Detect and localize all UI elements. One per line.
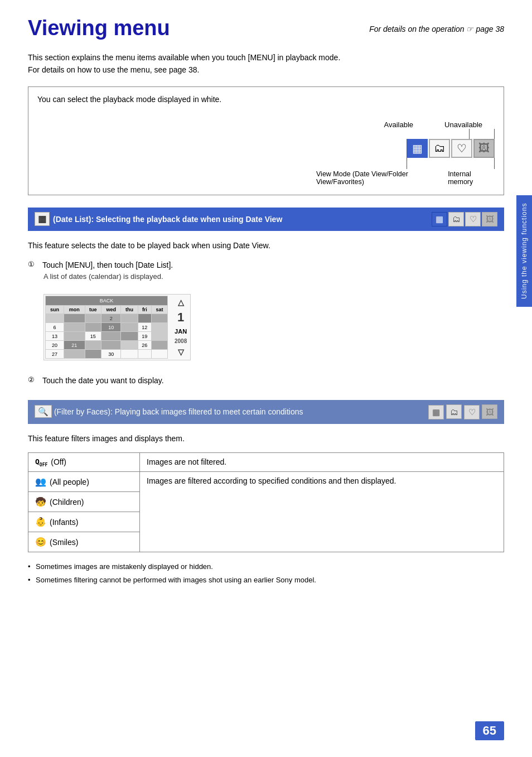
s1-folder-icon: 🗂 [448, 212, 464, 226]
cal-up-arrow[interactable]: △ [178, 298, 184, 307]
s1-date-icon: ▦ [432, 212, 447, 226]
date-view-icon: ▦ [407, 139, 428, 158]
s1-mem-icon: 🖼 [482, 212, 497, 226]
info-box-text: You can select the playback mode display… [37, 95, 495, 104]
calendar-container: BACK sun mon tue wed thu fri sat [43, 294, 191, 360]
section2-icon: 🔍 [35, 405, 52, 418]
info-box: You can select the playback mode display… [28, 86, 504, 195]
bullet-note-2: Sometimes filtering cannot be performed … [28, 575, 504, 586]
s2-mem-icon: 🖼 [482, 404, 497, 419]
s2-date-icon: ▦ [428, 405, 444, 420]
smiles-icon: 😊 [35, 537, 46, 547]
table-cell-label-smiles: 😊 (Smiles) [28, 532, 140, 552]
section1-body: This feature selects the date to be play… [28, 240, 504, 252]
page-ref-text: For details on the operation ☞ page 38 [369, 25, 504, 33]
step1-content: Touch [MENU], then touch [Date List]. A … [42, 259, 173, 282]
table-cell-label-infants: 👶 (Infants) [28, 512, 140, 532]
page-number: 65 [475, 721, 504, 740]
section1-heading-text: ▦ (Date List): Selecting the playback da… [35, 212, 282, 226]
step1-number: ① [28, 260, 38, 268]
section1-heading: ▦ (Date List): Selecting the playback da… [28, 208, 504, 231]
s2-fav-icon: ♡ [464, 405, 480, 420]
intro-text: This section explains the menu items ava… [28, 51, 504, 76]
table-row-all: 👥 (All people) Images are filtered accor… [28, 472, 504, 492]
side-tab: Using the viewing functions [516, 195, 532, 307]
step-1: ① Touch [MENU], then touch [Date List]. … [28, 259, 504, 282]
table-cell-label-off: QOFF (Off) [28, 452, 140, 472]
section2-heading-text: 🔍 (Filter by Faces): Playing back images… [35, 407, 428, 417]
step2-number: ② [28, 375, 38, 384]
page-title: Viewing menu [28, 17, 170, 40]
avail-unavail-labels: Available Unavailable [384, 120, 482, 129]
section2-heading-icons: ▦ 🗂 ♡ 🖼 [428, 404, 497, 420]
section1-heading-icons: ▦ 🗂 ♡ 🖼 [432, 212, 497, 226]
calendar-wrapper: BACK sun mon tue wed thu fri sat [45, 296, 189, 359]
qoff-icon: QOFF [35, 457, 47, 467]
section1-icon: ▦ [35, 212, 50, 226]
calendar-back-button[interactable]: BACK [97, 297, 117, 304]
calendar-nav: △ 1 JAN 2008 ▽ [172, 296, 189, 359]
children-icon: 🧒 [35, 496, 46, 507]
bottom-label-row: View Mode (Date View/Folder View/Favorit… [316, 170, 495, 186]
calendar-table: BACK sun mon tue wed thu fri sat [45, 296, 168, 359]
cal-year-label: 2008 [175, 338, 187, 344]
header-subtitle: For details on the operation ☞ page 38 [369, 25, 504, 33]
cal-month-label: JAN [175, 328, 187, 335]
step2-content: Touch the date you want to display. [42, 375, 164, 387]
section2-body: This feature filters images and displays… [28, 433, 504, 445]
folder-view-icon: 🗂 [429, 139, 450, 158]
s2-folder-icon: 🗂 [446, 404, 462, 419]
feature-table: QOFF (Off) Images are not filtered. 👥 (A… [28, 452, 504, 553]
section2-heading: 🔍 (Filter by Faces): Playing back images… [28, 400, 504, 424]
infants-icon: 👶 [35, 517, 46, 527]
cal-nav-number: 1 [177, 310, 184, 325]
table-row-off: QOFF (Off) Images are not filtered. [28, 452, 504, 472]
cal-down-arrow[interactable]: ▽ [178, 348, 184, 356]
all-people-icon: 👥 [35, 476, 46, 487]
bullet-notes: Sometimes images are mistakenly displaye… [28, 561, 504, 585]
diagram-section: Available Unavailable ▦ 🗂 ♡ 🖼 View Mode … [37, 120, 495, 186]
favorites-icon: ♡ [451, 139, 472, 158]
table-cell-label-all: 👥 (All people) [28, 472, 140, 492]
table-cell-label-children: 🧒 (Children) [28, 492, 140, 512]
table-cell-desc-all: Images are filtered according to specifi… [140, 472, 504, 552]
table-cell-desc-off: Images are not filtered. [140, 452, 504, 472]
internal-memory-icon: 🖼 [473, 139, 495, 158]
s1-fav-icon: ♡ [465, 212, 481, 226]
page-header: Viewing menu For details on the operatio… [28, 17, 504, 40]
mode-icons-row: ▦ 🗂 ♡ 🖼 [407, 139, 495, 158]
bullet-note-1: Sometimes images are mistakenly displaye… [28, 561, 504, 572]
step-2: ② Touch the date you want to display. [28, 375, 504, 387]
